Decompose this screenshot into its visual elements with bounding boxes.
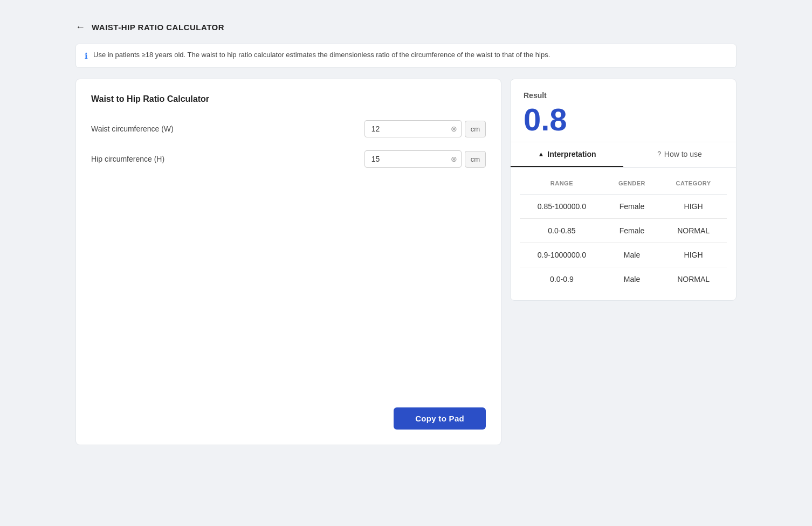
cell-range: 0.0-0.9 — [520, 267, 604, 292]
hip-clear-button[interactable]: ⊗ — [451, 155, 457, 163]
waist-input[interactable] — [364, 120, 462, 137]
cell-range: 0.9-1000000.0 — [520, 243, 604, 267]
cell-gender: Female — [604, 195, 660, 219]
page-header: ← WAIST-HIP RATIO CALCULATOR — [75, 22, 737, 33]
interpretation-table: RANGE GENDER CATEGORY 0.85-100000.0 Fema… — [519, 172, 727, 292]
table-row: 0.85-100000.0 Female HIGH — [520, 195, 727, 219]
calculator-footer: Copy to Pad — [91, 397, 486, 430]
interpretation-table-container: RANGE GENDER CATEGORY 0.85-100000.0 Fema… — [511, 168, 736, 300]
info-banner: ℹ Use in patients ≥18 years old. The wai… — [75, 44, 737, 68]
result-header: Result 0.8 — [511, 79, 736, 142]
cell-category: NORMAL — [660, 267, 727, 292]
waist-input-wrapper: ⊗ — [364, 120, 462, 137]
table-header-row: RANGE GENDER CATEGORY — [520, 172, 727, 195]
cell-gender: Female — [604, 219, 660, 243]
waist-unit: cm — [465, 121, 486, 137]
cell-category: HIGH — [660, 195, 727, 219]
tabs-row: ▲ Interpretation ? How to use — [511, 142, 736, 168]
table-row: 0.0-0.9 Male NORMAL — [520, 267, 727, 292]
cell-category: HIGH — [660, 243, 727, 267]
info-icon: ℹ — [85, 51, 88, 61]
col-gender: GENDER — [604, 172, 660, 195]
back-button[interactable]: ← — [75, 22, 85, 33]
result-panel: Result 0.8 ▲ Interpretation ? How to use… — [510, 79, 737, 301]
tab-interpretation[interactable]: ▲ Interpretation — [511, 142, 623, 167]
calculator-title: Waist to Hip Ratio Calculator — [91, 94, 486, 104]
waist-clear-button[interactable]: ⊗ — [451, 125, 457, 133]
info-text: Use in patients ≥18 years old. The waist… — [93, 51, 550, 59]
cell-gender: Male — [604, 243, 660, 267]
how-to-use-tab-label: How to use — [664, 150, 702, 158]
waist-field-row: Waist circumference (W) ⊗ cm — [91, 120, 486, 137]
how-to-use-tab-icon: ? — [657, 150, 661, 158]
col-category: CATEGORY — [660, 172, 727, 195]
cell-range: 0.0-0.85 — [520, 219, 604, 243]
tab-how-to-use[interactable]: ? How to use — [623, 142, 736, 167]
main-content: Waist to Hip Ratio Calculator Waist circ… — [75, 79, 737, 445]
col-range: RANGE — [520, 172, 604, 195]
cell-category: NORMAL — [660, 219, 727, 243]
cell-range: 0.85-100000.0 — [520, 195, 604, 219]
page-title: WAIST-HIP RATIO CALCULATOR — [92, 23, 224, 32]
interpretation-tab-icon: ▲ — [538, 150, 544, 158]
waist-input-group: ⊗ cm — [364, 120, 486, 137]
hip-field-row: Hip circumference (H) ⊗ cm — [91, 150, 486, 168]
table-row: 0.9-1000000.0 Male HIGH — [520, 243, 727, 267]
waist-label: Waist circumference (W) — [91, 124, 364, 133]
hip-input-group: ⊗ cm — [364, 150, 486, 168]
result-value: 0.8 — [524, 104, 723, 135]
copy-to-pad-button[interactable]: Copy to Pad — [394, 407, 486, 430]
hip-unit: cm — [465, 151, 486, 168]
interpretation-tab-label: Interpretation — [547, 150, 596, 158]
hip-input[interactable] — [364, 150, 462, 168]
hip-input-wrapper: ⊗ — [364, 150, 462, 168]
hip-label: Hip circumference (H) — [91, 155, 364, 163]
result-label: Result — [524, 91, 723, 100]
calculator-panel: Waist to Hip Ratio Calculator Waist circ… — [75, 79, 501, 445]
table-row: 0.0-0.85 Female NORMAL — [520, 219, 727, 243]
cell-gender: Male — [604, 267, 660, 292]
